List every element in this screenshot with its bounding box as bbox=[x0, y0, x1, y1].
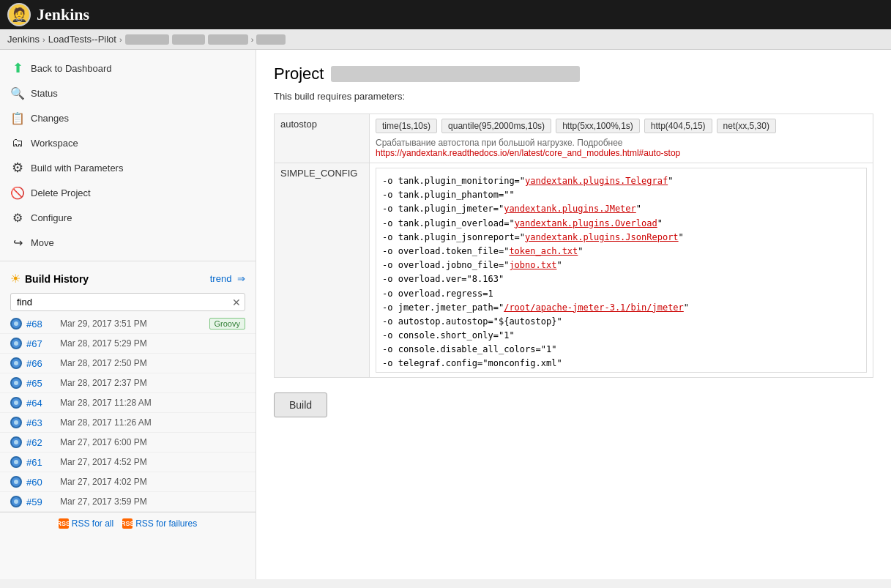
config-jmeter-link[interactable]: yandextank.plugins.JMeter bbox=[504, 204, 636, 214]
build-status-ball bbox=[10, 476, 22, 488]
delete-icon: 🚫 bbox=[10, 185, 25, 200]
build-ball-inner bbox=[14, 480, 18, 484]
rss-failures-link[interactable]: RSS RSS for failures bbox=[122, 518, 197, 529]
trend-arrow-icon: ⇒ bbox=[237, 273, 245, 284]
sidebar-item-configure[interactable]: ⚙ Configure bbox=[0, 205, 256, 230]
breadcrumb-sep-1: › bbox=[42, 35, 45, 44]
config-line: -o telegraf.config="monconfig.xml" bbox=[382, 357, 860, 371]
build-history-title: Build History bbox=[25, 273, 206, 285]
config-jobno-link[interactable]: jobno.txt bbox=[509, 260, 556, 270]
autostop-param-name: autostop bbox=[275, 114, 370, 163]
autostop-row: autostop time(1s,10s)quantile(95,2000ms,… bbox=[275, 114, 873, 163]
autostop-note: Срабатывание автостопа при большой нагру… bbox=[376, 138, 867, 158]
config-telegraf-link[interactable]: yandextank.plugins.Telegraf bbox=[525, 176, 668, 186]
build-link[interactable]: #62 bbox=[26, 437, 56, 448]
sidebar-item-label: Back to Dashboard bbox=[31, 63, 112, 74]
build-search-input[interactable] bbox=[10, 293, 245, 311]
build-status-ball bbox=[10, 377, 22, 389]
sidebar-item-label: Move bbox=[31, 237, 54, 248]
build-link[interactable]: #59 bbox=[26, 496, 56, 507]
rss-bar: RSS RSS for all RSS RSS for failures bbox=[0, 512, 256, 535]
config-line: -o overload.regress=1 bbox=[382, 287, 860, 301]
main-layout: ⬆ Back to Dashboard 🔍 Status 📋 Changes 🗂… bbox=[0, 50, 891, 579]
autostop-param-value: time(1s,10s)quantile(95,2000ms,10s)http(… bbox=[370, 114, 873, 163]
build-ball-inner bbox=[14, 341, 18, 346]
breadcrumb-sep-2: › bbox=[119, 35, 122, 44]
breadcrumb-blurred-2 bbox=[172, 34, 205, 45]
autostop-tag: http(404,5,15) bbox=[644, 119, 712, 133]
breadcrumb-blurred-1 bbox=[125, 34, 169, 45]
config-line: -o console.disable_all_colors="1" bbox=[382, 343, 860, 357]
jenkins-title: Jenkins bbox=[37, 5, 89, 24]
content-area: Project This build requires parameters: … bbox=[256, 50, 891, 579]
build-link[interactable]: #65 bbox=[26, 378, 56, 389]
build-ball-inner bbox=[14, 420, 18, 425]
sidebar-item-workspace[interactable]: 🗂 Workspace bbox=[0, 130, 256, 155]
app-header: 🤵 Jenkins bbox=[0, 0, 891, 29]
build-date: Mar 28, 2017 2:50 PM bbox=[60, 358, 245, 368]
config-line: -o tank.plugin_jsonreport="yandextank.pl… bbox=[382, 231, 860, 245]
build-list-item: #63 Mar 28, 2017 11:26 AM bbox=[0, 413, 256, 433]
build-link[interactable]: #68 bbox=[26, 319, 56, 330]
build-link[interactable]: #61 bbox=[26, 457, 56, 468]
autostop-tag: http(5xx,100%,1s) bbox=[556, 119, 640, 133]
config-jmeter-path-link[interactable]: /root/apache-jmeter-3.1/bin/jmeter bbox=[504, 302, 684, 313]
autostop-tags: time(1s,10s)quantile(95,2000ms,10s)http(… bbox=[376, 119, 867, 133]
build-status-ball bbox=[10, 357, 22, 369]
sidebar-item-label: Changes bbox=[31, 113, 69, 124]
build-list-item: #61 Mar 27, 2017 4:52 PM bbox=[0, 453, 256, 472]
build-list-item: #66 Mar 28, 2017 2:50 PM bbox=[0, 354, 256, 373]
build-link[interactable]: #66 bbox=[26, 358, 56, 369]
sidebar: ⬆ Back to Dashboard 🔍 Status 📋 Changes 🗂… bbox=[0, 50, 256, 579]
build-list: #68 Mar 29, 2017 3:51 PM Groovy #67 Mar … bbox=[0, 314, 256, 512]
breadcrumb-loadtests[interactable]: LoadTests--Pilot bbox=[48, 34, 116, 45]
rss-all-label: RSS for all bbox=[72, 518, 113, 529]
build-link[interactable]: #64 bbox=[26, 398, 56, 409]
config-box[interactable]: -o tank.plugin_monitoring="yandextank.pl… bbox=[376, 168, 867, 373]
build-list-item: #64 Mar 28, 2017 11:28 AM bbox=[0, 393, 256, 413]
rss-all-link[interactable]: RSS RSS for all bbox=[59, 518, 113, 529]
page-title-blurred bbox=[331, 66, 580, 82]
build-link[interactable]: #60 bbox=[26, 477, 56, 488]
changes-icon: 📋 bbox=[10, 111, 25, 125]
build-date: Mar 28, 2017 2:37 PM bbox=[60, 378, 245, 388]
build-link[interactable]: #63 bbox=[26, 417, 56, 428]
build-date: Mar 27, 2017 3:59 PM bbox=[60, 496, 245, 507]
up-arrow-icon: ⬆ bbox=[10, 61, 25, 75]
build-status-ball bbox=[10, 397, 22, 409]
build-button[interactable]: Build bbox=[274, 392, 327, 417]
build-date: Mar 28, 2017 11:28 AM bbox=[60, 398, 245, 408]
sidebar-item-label: Build with Parameters bbox=[31, 163, 123, 174]
config-overload-link[interactable]: yandextank.plugins.Overload bbox=[515, 218, 657, 228]
sidebar-item-delete-project[interactable]: 🚫 Delete Project bbox=[0, 180, 256, 205]
build-ball-inner bbox=[14, 401, 18, 405]
sidebar-item-move[interactable]: ↪ Move bbox=[0, 230, 256, 255]
search-clear-button[interactable]: ✕ bbox=[232, 297, 241, 308]
search-icon: 🔍 bbox=[10, 86, 25, 100]
jenkins-logo: 🤵 Jenkins bbox=[7, 3, 89, 26]
sidebar-item-back-dashboard[interactable]: ⬆ Back to Dashboard bbox=[0, 56, 256, 81]
sidebar-item-label: Workspace bbox=[31, 138, 78, 149]
breadcrumb-jenkins[interactable]: Jenkins bbox=[7, 34, 40, 45]
breadcrumb: Jenkins › LoadTests--Pilot › › bbox=[0, 29, 891, 50]
build-ball-inner bbox=[14, 460, 18, 464]
sidebar-item-status[interactable]: 🔍 Status bbox=[0, 81, 256, 105]
autostop-note-link[interactable]: https://yandextank.readthedocs.io/en/lat… bbox=[376, 148, 680, 158]
move-icon: ↪ bbox=[10, 235, 25, 250]
autostop-tag: time(1s,10s) bbox=[376, 119, 437, 133]
sidebar-item-changes[interactable]: 📋 Changes bbox=[0, 105, 256, 130]
config-line: -o tank.plugin_jmeter="yandextank.plugin… bbox=[382, 202, 860, 216]
sidebar-item-build-with-params[interactable]: ⚙ Build with Parameters bbox=[0, 155, 256, 180]
config-token-link[interactable]: token_ach.txt bbox=[509, 246, 578, 256]
breadcrumb-blurred-3 bbox=[208, 34, 248, 45]
config-line: -o overload.ver="8.163" bbox=[382, 272, 860, 286]
build-history-header: ☀ Build History trend ⇒ bbox=[0, 267, 256, 290]
trend-link[interactable]: trend ⇒ bbox=[210, 273, 245, 284]
params-table: autostop time(1s,10s)quantile(95,2000ms,… bbox=[274, 113, 873, 378]
build-ball-inner bbox=[14, 361, 18, 365]
build-link[interactable]: #67 bbox=[26, 338, 56, 349]
config-jsonreport-link[interactable]: yandextank.plugins.JsonReport bbox=[525, 232, 679, 242]
build-status-ball bbox=[10, 318, 22, 330]
config-line: -o jmeter.jmeter_path="/root/apache-jmet… bbox=[382, 301, 860, 315]
build-history-section: ☀ Build History trend ⇒ ✕ #68 Mar 29, 20… bbox=[0, 261, 256, 579]
